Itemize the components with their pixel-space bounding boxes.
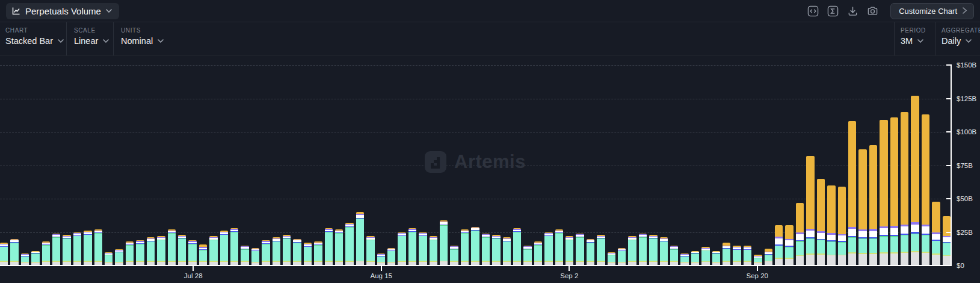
stacked-bar[interactable] xyxy=(273,237,280,266)
stacked-bar[interactable] xyxy=(304,243,312,266)
stacked-bar[interactable] xyxy=(922,114,929,266)
stacked-bar[interactable] xyxy=(576,234,584,266)
stacked-bar[interactable] xyxy=(618,248,626,266)
stacked-bar[interactable] xyxy=(136,240,144,266)
stacked-bar[interactable] xyxy=(94,229,102,266)
stacked-bar[interactable] xyxy=(744,246,751,266)
stacked-bar[interactable] xyxy=(691,251,699,266)
stacked-bar[interactable] xyxy=(188,240,196,266)
stacked-bar[interactable] xyxy=(42,241,50,266)
stacked-bar[interactable] xyxy=(345,223,353,266)
stacked-bar[interactable] xyxy=(911,96,919,266)
stacked-bar[interactable] xyxy=(0,243,8,266)
stacked-bar[interactable] xyxy=(544,232,552,266)
download-icon[interactable] xyxy=(847,5,858,17)
code-embed-icon[interactable] xyxy=(807,5,819,17)
stacked-bar[interactable] xyxy=(492,235,500,266)
stacked-bar[interactable] xyxy=(387,248,395,266)
stacked-bar[interactable] xyxy=(587,239,594,266)
stacked-bar[interactable] xyxy=(63,235,70,266)
stacked-bar[interactable] xyxy=(869,145,877,266)
stacked-bar[interactable] xyxy=(775,225,783,266)
period-dropdown[interactable]: PERIOD 3M xyxy=(894,22,935,55)
stacked-bar[interactable] xyxy=(754,255,762,266)
stacked-bar[interactable] xyxy=(325,228,333,266)
stacked-bar[interactable] xyxy=(430,236,437,266)
chart-type-dropdown[interactable]: CHART Stacked Bar xyxy=(0,22,66,55)
stacked-bar[interactable] xyxy=(785,225,793,266)
stacked-bar[interactable] xyxy=(848,121,856,266)
stacked-bar[interactable] xyxy=(419,232,427,266)
stacked-bar[interactable] xyxy=(84,231,91,266)
stacked-bar[interactable] xyxy=(555,229,563,266)
stacked-bar[interactable] xyxy=(450,246,458,266)
stacked-bar[interactable] xyxy=(858,149,866,266)
stacked-bar[interactable] xyxy=(827,185,835,266)
screenshot-icon[interactable] xyxy=(867,5,878,17)
stacked-bars[interactable] xyxy=(0,65,951,266)
stacked-bar[interactable] xyxy=(639,234,647,266)
stacked-bar[interactable] xyxy=(31,251,39,266)
stacked-bar[interactable] xyxy=(241,246,248,266)
stacked-bar[interactable] xyxy=(199,244,207,266)
stacked-bar[interactable] xyxy=(534,241,542,266)
stacked-bar[interactable] xyxy=(723,243,730,266)
stacked-bar[interactable] xyxy=(147,237,155,266)
stacked-bar[interactable] xyxy=(880,120,887,266)
scale-dropdown[interactable]: SCALE Linear xyxy=(66,22,113,55)
stacked-bar[interactable] xyxy=(796,203,804,266)
stacked-bar[interactable] xyxy=(733,246,741,266)
units-dropdown[interactable]: UNITS Nominal xyxy=(113,22,167,55)
stacked-bar[interactable] xyxy=(126,241,134,266)
stacked-bar[interactable] xyxy=(597,235,605,266)
stacked-bar[interactable] xyxy=(628,236,636,266)
stacked-bar[interactable] xyxy=(838,187,846,266)
sum-icon[interactable] xyxy=(827,5,839,17)
stacked-bar[interactable] xyxy=(608,252,615,266)
stacked-bar[interactable] xyxy=(314,241,322,266)
stacked-bar[interactable] xyxy=(566,236,573,266)
stacked-bar[interactable] xyxy=(115,249,123,266)
stacked-bar[interactable] xyxy=(701,247,709,266)
stacked-bar[interactable] xyxy=(262,240,270,266)
stacked-bar[interactable] xyxy=(283,235,291,266)
stacked-bar[interactable] xyxy=(377,253,385,266)
stacked-bar[interactable] xyxy=(366,236,374,266)
stacked-bar[interactable] xyxy=(209,236,217,266)
stacked-bar[interactable] xyxy=(398,232,405,266)
stacked-bar[interactable] xyxy=(932,202,940,266)
stacked-bar[interactable] xyxy=(461,229,469,266)
stacked-bar[interactable] xyxy=(356,212,364,266)
stacked-bar[interactable] xyxy=(765,249,772,266)
stacked-bar[interactable] xyxy=(503,237,511,266)
stacked-bar[interactable] xyxy=(105,252,112,266)
stacked-bar[interactable] xyxy=(890,117,898,266)
stacked-bar[interactable] xyxy=(408,228,416,266)
stacked-bar[interactable] xyxy=(220,231,228,266)
stacked-bar[interactable] xyxy=(471,227,479,266)
stacked-bar[interactable] xyxy=(230,228,238,266)
stacked-bar[interactable] xyxy=(335,229,343,266)
stacked-bar[interactable] xyxy=(943,216,951,266)
stacked-bar[interactable] xyxy=(482,234,490,266)
stacked-bar[interactable] xyxy=(817,179,825,266)
stacked-bar[interactable] xyxy=(440,220,448,266)
stacked-bar[interactable] xyxy=(901,112,908,266)
stacked-bar[interactable] xyxy=(178,235,186,266)
chart-title-dropdown[interactable]: Perpetuals Volume xyxy=(6,3,119,19)
stacked-bar[interactable] xyxy=(157,236,165,266)
stacked-bar[interactable] xyxy=(712,251,720,266)
customize-chart-button[interactable]: Customize Chart xyxy=(890,3,974,19)
stacked-bar[interactable] xyxy=(523,246,531,266)
stacked-bar[interactable] xyxy=(649,235,657,266)
stacked-bar[interactable] xyxy=(293,239,301,266)
stacked-bar[interactable] xyxy=(52,234,60,266)
aggregate-dropdown[interactable]: AGGREGATE Daily xyxy=(935,22,980,55)
stacked-bar[interactable] xyxy=(251,248,259,266)
stacked-bar[interactable] xyxy=(21,253,29,266)
stacked-bar[interactable] xyxy=(73,232,81,266)
stacked-bar[interactable] xyxy=(168,229,176,266)
stacked-bar[interactable] xyxy=(10,239,18,266)
stacked-bar[interactable] xyxy=(660,237,668,266)
stacked-bar[interactable] xyxy=(806,156,814,266)
